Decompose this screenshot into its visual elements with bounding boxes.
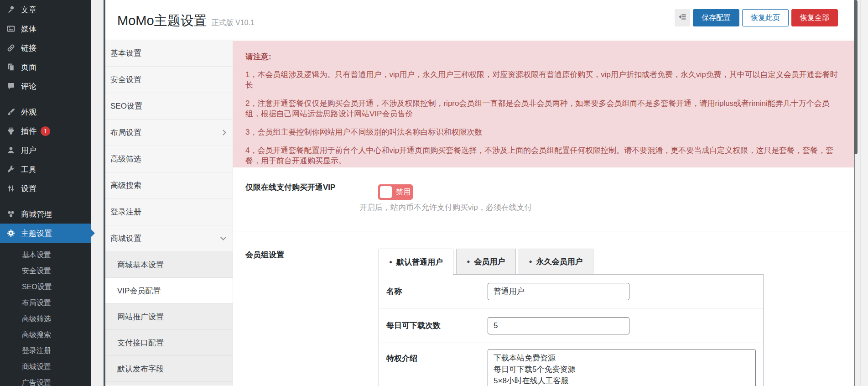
row-label: 名称 <box>379 286 488 297</box>
row-label: 特权介绍 <box>379 343 488 364</box>
nav-subitem-promotion[interactable]: 网站推广设置 <box>105 304 233 330</box>
restore-all-button[interactable]: 恢复全部 <box>791 9 838 26</box>
plugins-update-badge: 1 <box>41 126 50 136</box>
nav-item-filter[interactable]: 高级筛选 <box>105 146 233 172</box>
field-label: 仅限在线支付购买开通VIP <box>245 182 335 193</box>
nav-item-basic[interactable]: 基本设置 <box>105 40 233 67</box>
scrollbar-track[interactable] <box>860 0 868 386</box>
tab-label: 默认普通用户 <box>396 257 443 267</box>
tab-permanent-user[interactable]: ● 永久会员用户 <box>519 249 593 274</box>
dot-icon: ● <box>467 258 470 265</box>
sidebar-submenu-item[interactable]: 基本设置 <box>0 247 91 263</box>
sidebar-separator <box>0 96 91 102</box>
nav-item-label: 高级搜索 <box>110 180 141 191</box>
nav-subitem-payment[interactable]: 支付接口配置 <box>105 330 233 356</box>
nav-item-shop[interactable]: 商城设置 <box>105 225 233 252</box>
sidebar-item-plugins[interactable]: 插件 1 <box>0 121 91 141</box>
nav-subitem-vip-config[interactable]: VIP会员配置 <box>105 278 233 304</box>
sidebar-item-label: 设置 <box>21 183 36 194</box>
form-row-daily-downloads: 每日可下载次数 <box>379 308 763 343</box>
notice-paragraph: 1，本会员组涉及逻辑为。只有普通用户，vip用户，永久用户三种权限，对应资源权限… <box>245 69 840 90</box>
nav-item-layout[interactable]: 布局设置 <box>105 120 233 146</box>
theme-settings-panel: MoMo主题设置正式版 V10.1 保存配置 恢复此页 恢复全部 基本设置 安全… <box>104 0 855 386</box>
nav-item-label: 安全设置 <box>110 74 141 85</box>
nav-item-search[interactable]: 高级搜索 <box>105 172 233 199</box>
collapse-icon <box>678 13 686 23</box>
nav-item-security[interactable]: 安全设置 <box>105 67 233 93</box>
restore-page-button[interactable]: 恢复此页 <box>742 9 789 26</box>
dot-icon: ● <box>389 259 392 265</box>
pin-icon <box>6 5 16 14</box>
sidebar-item-posts[interactable]: 文章 <box>0 0 91 19</box>
daily-downloads-input[interactable] <box>488 317 629 334</box>
sidebar-item-links[interactable]: 链接 <box>0 38 91 57</box>
online-pay-toggle[interactable]: 禁用 <box>378 184 413 200</box>
store-icon <box>6 209 16 219</box>
current-menu-arrow <box>91 229 95 237</box>
nav-subitem-publish-fields[interactable]: 默认发布字段 <box>105 356 233 382</box>
nav-item-label: 登录注册 <box>110 207 141 217</box>
sidebar-item-tools[interactable]: 工具 <box>0 160 91 179</box>
sidebar-item-label: 评论 <box>21 81 36 92</box>
tab-label: 永久会员用户 <box>536 256 583 267</box>
field-label: 会员组设置 <box>245 250 284 260</box>
plug-icon <box>6 126 16 136</box>
name-input[interactable] <box>488 283 629 300</box>
sidebar-item-appearance[interactable]: 外观 <box>0 102 91 121</box>
link-icon <box>6 43 16 52</box>
media-icon <box>6 24 16 33</box>
sidebar-submenu-item[interactable]: 广告设置 <box>0 375 91 386</box>
notice-paragraph: 3，会员组主要控制你网站用户不同级别的叫法名称白标识和权限次数 <box>245 127 840 137</box>
tools-icon <box>6 165 16 174</box>
tab-default-user[interactable]: ● 默认普通用户 <box>379 249 453 275</box>
sidebar-item-label: 工具 <box>21 164 36 175</box>
sidebar-submenu-item[interactable]: SEO设置 <box>0 279 91 295</box>
nav-item-label: 基本设置 <box>110 48 141 58</box>
nav-item-login[interactable]: 登录注册 <box>105 199 233 225</box>
sidebar-item-settings[interactable]: 设置 <box>0 179 91 198</box>
sidebar-item-label: 页面 <box>21 62 36 73</box>
page-title: MoMo主题设置正式版 V10.1 <box>117 12 255 30</box>
gear-icon <box>6 229 16 238</box>
notice-paragraph: 2，注意开通套餐仅仅是购买会员开通，不涉及权限控制，ripro会员组一直都是会员… <box>245 98 840 119</box>
page-title-text: MoMo主题设置 <box>117 13 207 28</box>
chevron-right-icon <box>220 130 226 136</box>
sidebar-item-label: 文章 <box>21 5 36 15</box>
sidebar-submenu: 基本设置 安全设置 SEO设置 布局设置 高级筛选 高级搜索 登录注册 商城设置… <box>0 243 91 386</box>
sidebar-item-users[interactable]: 用户 <box>0 141 91 160</box>
pages-icon <box>6 63 16 72</box>
sidebar-item-label: 媒体 <box>21 24 36 34</box>
sidebar-item-shop-manage[interactable]: 商城管理 <box>0 204 91 224</box>
nav-subitem-shop-basic[interactable]: 商城基本设置 <box>105 252 233 278</box>
member-group-form: 名称 每日可下载次数 特权介绍 下载本站免费资源 每日可下载5个免费资源 5×8… <box>379 274 764 386</box>
sidebar-submenu-item[interactable]: 安全设置 <box>0 263 91 279</box>
field-description: 开启后，站内币不允许支付购买vip，必须在线支付 <box>359 202 532 213</box>
sidebar-submenu-item[interactable]: 布局设置 <box>0 295 91 311</box>
version-label: 正式版 V10.1 <box>212 19 255 26</box>
tab-member-user[interactable]: ● 会员用户 <box>456 249 515 274</box>
privileges-textarea[interactable]: 下载本站免费资源 每日可下载5个免费资源 5×8小时在线人工客服 <box>488 349 756 386</box>
sidebar-item-theme-settings[interactable]: 主题设置 <box>0 224 91 243</box>
sidebar-item-media[interactable]: 媒体 <box>0 19 91 38</box>
collapse-all-button[interactable] <box>675 9 690 26</box>
field-online-pay-only: 仅限在线支付购买开通VIP 禁用 开启后，站内币不允许支付购买vip，必须在线支… <box>233 167 854 231</box>
sidebar-item-label: 用户 <box>21 145 36 156</box>
header-actions: 保存配置 恢复此页 恢复全部 <box>675 9 838 26</box>
sidebar-item-label: 外观 <box>21 107 36 117</box>
sidebar-item-pages[interactable]: 页面 <box>0 57 91 77</box>
nav-filler <box>105 382 233 386</box>
save-config-button[interactable]: 保存配置 <box>693 9 739 26</box>
sidebar-item-label: 插件 <box>21 126 36 136</box>
sidebar-submenu-item[interactable]: 登录注册 <box>0 343 91 359</box>
comments-icon <box>6 82 16 91</box>
sidebar-submenu-item[interactable]: 商城设置 <box>0 359 91 375</box>
users-icon <box>6 146 16 155</box>
sidebar-item-comments[interactable]: 评论 <box>0 77 91 96</box>
nav-item-seo[interactable]: SEO设置 <box>105 93 233 120</box>
scrollbar-thumb[interactable] <box>854 0 858 154</box>
notice-paragraph: 4，会员开通套餐配置用于前台个人中心和vip开通页面购买套餐选择，不涉及上面的会… <box>245 145 840 166</box>
nav-item-label: SEO设置 <box>110 101 142 111</box>
sidebar-submenu-item[interactable]: 高级搜索 <box>0 327 91 343</box>
sidebar-submenu-item[interactable]: 高级筛选 <box>0 311 91 327</box>
settings-icon <box>6 184 16 193</box>
